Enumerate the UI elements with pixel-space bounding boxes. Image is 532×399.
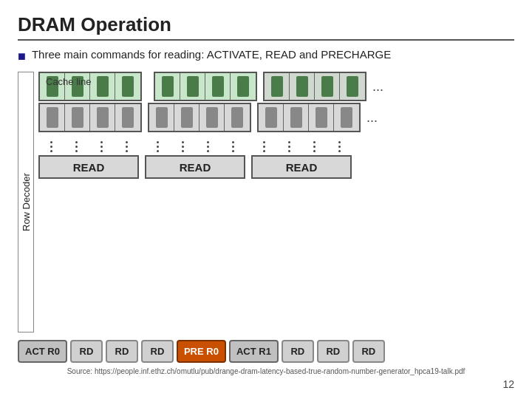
bitline-dots bbox=[157, 141, 159, 152]
cell bbox=[290, 73, 315, 100]
cell bbox=[90, 104, 115, 131]
cmd-rd-4[interactable]: RD bbox=[282, 340, 314, 363]
cell bbox=[315, 73, 340, 100]
cell bbox=[340, 73, 365, 100]
bullet-point: ■ Three main commands for reading: ACTIV… bbox=[18, 48, 514, 64]
bitlines-group1 bbox=[38, 135, 139, 152]
bitline-dots bbox=[100, 141, 103, 152]
cell bbox=[115, 73, 140, 100]
cache-line-row: Cache line ... bbox=[38, 72, 514, 101]
cell bbox=[225, 104, 250, 131]
cell bbox=[200, 104, 225, 131]
row2-dots: ... bbox=[366, 110, 378, 126]
read-box-3: READ bbox=[251, 155, 352, 179]
cmd-rd-2[interactable]: RD bbox=[106, 340, 138, 363]
row2: ... bbox=[38, 103, 514, 132]
cell-group-3-row1 bbox=[263, 72, 366, 101]
cell-group-2-row1 bbox=[154, 72, 257, 101]
page-number: 12 bbox=[18, 378, 514, 390]
bitline-dots bbox=[207, 141, 209, 152]
bullet-text: Three main commands for reading: ACTIVAT… bbox=[32, 48, 391, 61]
bitline-dots bbox=[182, 141, 184, 152]
bitline-dots bbox=[263, 141, 265, 152]
bitline-dots bbox=[232, 141, 234, 152]
cell bbox=[334, 104, 359, 131]
cell bbox=[174, 104, 200, 131]
cell bbox=[265, 73, 290, 100]
cmd-rd-1[interactable]: RD bbox=[70, 340, 103, 363]
bitline-dots bbox=[338, 141, 341, 152]
bitlines-group2 bbox=[145, 135, 245, 152]
cell bbox=[155, 73, 180, 100]
cache-line-label: Cache line bbox=[46, 76, 91, 87]
cell bbox=[115, 104, 140, 131]
command-sequence: ACT R0 RD RD RD PRE R0 ACT R1 RD RD RD bbox=[18, 340, 514, 363]
dram-diagram: Cache line ... bbox=[38, 72, 514, 332]
bullet-marker: ■ bbox=[18, 49, 26, 64]
source-citation: Source: https://people.inf.ethz.ch/omutl… bbox=[18, 367, 514, 375]
cell bbox=[284, 104, 309, 131]
cmd-act-r1[interactable]: ACT R1 bbox=[229, 340, 279, 363]
cell-group-2-row2 bbox=[148, 103, 251, 132]
cell bbox=[231, 73, 256, 100]
cell bbox=[65, 104, 90, 131]
cell bbox=[180, 73, 205, 100]
cmd-rd-5[interactable]: RD bbox=[317, 340, 349, 363]
bitline-dots bbox=[313, 141, 316, 152]
cmd-pre-r0[interactable]: PRE R0 bbox=[177, 340, 226, 363]
cell bbox=[309, 104, 334, 131]
cell-group-3-row2 bbox=[257, 103, 361, 132]
cell bbox=[259, 104, 284, 131]
bitline-dots bbox=[126, 141, 128, 152]
dram-diagram-area: Row Decoder Cache line bbox=[18, 72, 514, 332]
cell bbox=[40, 104, 65, 131]
row-decoder-label: Row Decoder bbox=[18, 72, 34, 332]
cmd-rd-6[interactable]: RD bbox=[352, 340, 385, 363]
bitline-dots bbox=[50, 141, 52, 152]
cell bbox=[149, 104, 174, 131]
cell-group-1-row2 bbox=[38, 103, 142, 132]
cell bbox=[205, 73, 231, 100]
cell bbox=[90, 73, 115, 100]
row1-dots: ... bbox=[372, 79, 383, 95]
page-title: DRAM Operation bbox=[18, 13, 514, 41]
cmd-act-r0[interactable]: ACT R0 bbox=[18, 340, 67, 363]
cmd-rd-3[interactable]: RD bbox=[141, 340, 174, 363]
bitline-dots bbox=[288, 141, 290, 152]
read-box-2: READ bbox=[145, 155, 245, 179]
read-section: READ READ READ bbox=[38, 155, 514, 179]
bitline-dots bbox=[75, 141, 78, 152]
read-box-1: READ bbox=[38, 155, 139, 179]
bitlines-group3 bbox=[251, 135, 352, 152]
